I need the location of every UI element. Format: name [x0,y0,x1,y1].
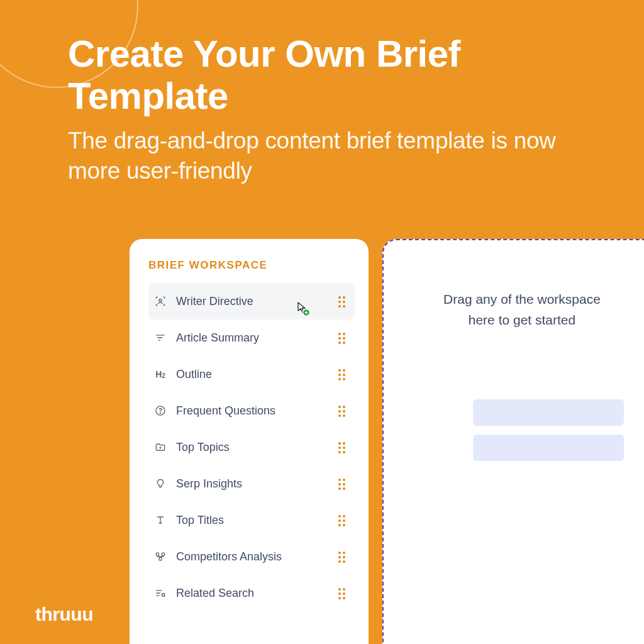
workspace-item-article-summary[interactable]: Article Summary [148,319,355,356]
workspace-item-label: Top Titles [176,514,338,527]
dropzone-panel[interactable]: Drag any of the workspace here to get st… [382,239,644,644]
workspace-item-label: Related Search [176,587,338,600]
drag-handle-icon[interactable] [338,406,348,416]
page-title: Create Your Own Brief Template [68,33,606,117]
drag-handle-icon[interactable] [338,442,348,452]
svg-rect-4 [156,553,158,555]
dropzone-hint-line1: Drag any of the workspace [443,292,601,306]
drag-handle-icon[interactable] [338,479,348,489]
page-subtitle: The drag-and-drop content brief template… [68,126,606,186]
workspace-item-competitors-analysis[interactable]: Competitors Analysis [148,538,355,575]
drag-handle-icon[interactable] [338,552,348,562]
help-circle-icon [153,404,167,418]
svg-rect-6 [159,558,162,560]
person-focus-icon [153,294,167,308]
workspace-item-top-topics[interactable]: Top Topics [148,429,355,465]
dropzone-hint: Drag any of the workspace here to get st… [410,289,634,330]
svg-point-1 [303,309,310,316]
filter-lines-icon [153,331,167,345]
workspace-item-label: Writer Directive [176,295,338,308]
workspace-title: BRIEF WORKSPACE [148,259,355,272]
drag-handle-icon[interactable] [338,296,348,306]
dropzone-hint-line2: here to get started [469,313,575,327]
headline-block: Create Your Own Brief Template The drag-… [68,33,606,186]
svg-point-3 [160,413,160,413]
svg-rect-5 [162,553,165,555]
h2-icon: H2 [153,367,167,381]
drag-handle-icon[interactable] [338,369,348,379]
drag-handle-icon[interactable] [338,588,348,598]
lightbulb-icon [153,477,167,491]
drag-handle-icon[interactable] [338,515,348,525]
workspace-item-related-search[interactable]: Related Search [148,575,355,611]
workspace-item-frequent-questions[interactable]: Frequent Questions [148,392,355,429]
dropzone-placeholders [473,399,624,461]
brand-logo: thruuu [35,604,93,625]
svg-point-0 [159,299,162,301]
workspace-item-outline[interactable]: H2 Outline [148,356,355,392]
workspace-item-label: Top Topics [176,441,338,454]
workspace-item-label: Competitors Analysis [176,550,338,564]
workspace-item-label: Outline [176,368,338,381]
workspace-item-label: Article Summary [176,331,338,345]
sitemap-icon [153,550,167,564]
workspace-item-writer-directive[interactable]: Writer Directive [148,283,355,319]
workspace-item-label: Frequent Questions [176,404,338,418]
text-t-icon [153,513,167,527]
brief-workspace-panel: BRIEF WORKSPACE Writer Directive Article… [130,239,369,644]
drag-handle-icon[interactable] [338,333,348,343]
svg-point-7 [162,594,164,596]
folder-add-icon [153,440,167,454]
placeholder-block [473,435,624,461]
list-search-icon [153,586,167,600]
workspace-item-top-titles[interactable]: Top Titles [148,502,355,538]
workspace-item-serp-insights[interactable]: Serp Insights [148,465,355,502]
placeholder-block [473,399,624,426]
workspace-item-label: Serp Insights [176,477,338,491]
